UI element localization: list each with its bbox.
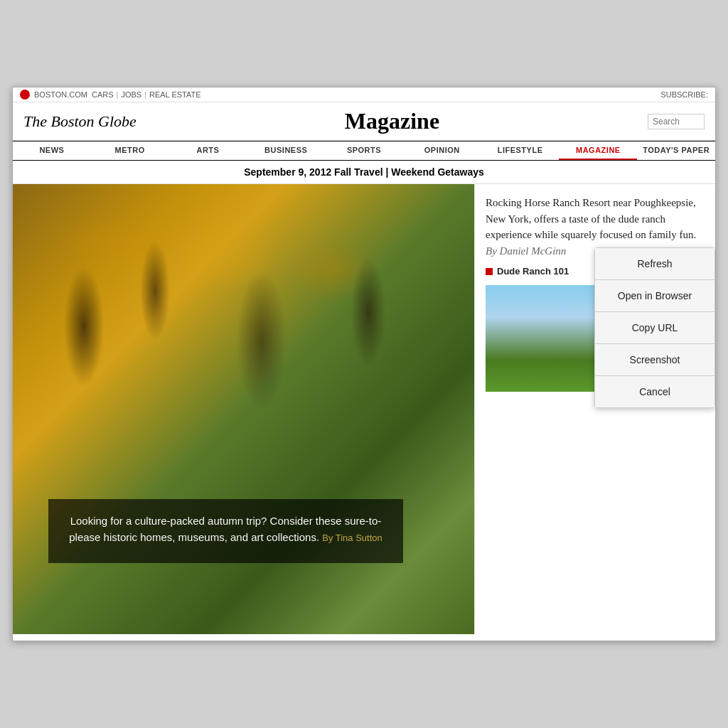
nav-opinion[interactable]: OPINION bbox=[403, 141, 481, 160]
cars-link[interactable]: CARS bbox=[92, 90, 114, 99]
right-article-byline: By Daniel McGinn bbox=[486, 245, 566, 257]
newspaper-header: The Boston Globe Magazine bbox=[13, 102, 715, 141]
context-menu: Refresh Open in Browser Copy URL Screens… bbox=[594, 247, 715, 408]
boston-com-icon bbox=[20, 90, 30, 100]
hero-byline: By Tina Sutton bbox=[322, 532, 382, 543]
search-input[interactable] bbox=[648, 114, 705, 129]
browser-frame: BOSTON.COM CARS | JOBS | REAL ESTATE SUB… bbox=[12, 87, 716, 641]
top-bar-links: CARS | JOBS | REAL ESTATE bbox=[92, 90, 201, 99]
jobs-link[interactable]: JOBS bbox=[121, 90, 141, 99]
top-bar: BOSTON.COM CARS | JOBS | REAL ESTATE SUB… bbox=[13, 87, 715, 102]
hero-text-overlay: Looking for a culture-packed autumn trip… bbox=[48, 499, 403, 563]
nav-lifestyle[interactable]: LIFESTYLE bbox=[481, 141, 560, 160]
nav-business[interactable]: BUSINESS bbox=[247, 141, 325, 160]
hero-main-text: Looking for a culture-packed autumn trip… bbox=[63, 513, 389, 545]
hero-image: Looking for a culture-packed autumn trip… bbox=[13, 184, 474, 634]
section-title: September 9, 2012 Fall Travel | Weekend … bbox=[13, 161, 715, 184]
section-heading: Magazine bbox=[136, 108, 648, 134]
screenshot-button[interactable]: Screenshot bbox=[595, 344, 714, 376]
refresh-button[interactable]: Refresh bbox=[595, 248, 714, 280]
cancel-button[interactable]: Cancel bbox=[595, 376, 714, 407]
newspaper-name: The Boston Globe bbox=[23, 112, 136, 131]
nav-news[interactable]: NEWS bbox=[13, 141, 91, 160]
nav-arts[interactable]: ARTS bbox=[169, 141, 247, 160]
bullet-icon bbox=[486, 268, 493, 275]
nav-sports[interactable]: SPORTS bbox=[325, 141, 403, 160]
left-column: Looking for a culture-packed autumn trip… bbox=[13, 184, 475, 634]
open-in-browser-button[interactable]: Open in Browser bbox=[595, 280, 714, 312]
main-nav: NEWS METRO ARTS BUSINESS SPORTS OPINION … bbox=[13, 141, 715, 161]
search-container bbox=[648, 114, 705, 129]
dude-ranch-link-text: Dude Ranch 101 bbox=[497, 266, 569, 277]
subscribe-label: SUBSCRIBE: bbox=[660, 90, 708, 99]
real-estate-link[interactable]: REAL ESTATE bbox=[149, 90, 201, 99]
copy-url-button[interactable]: Copy URL bbox=[595, 312, 714, 344]
nav-metro[interactable]: METRO bbox=[91, 141, 169, 160]
site-name-label: BOSTON.COM bbox=[34, 90, 87, 99]
nav-magazine[interactable]: MAGAZINE bbox=[559, 141, 637, 160]
nav-todays-paper[interactable]: TODAY'S PAPER bbox=[637, 141, 715, 160]
